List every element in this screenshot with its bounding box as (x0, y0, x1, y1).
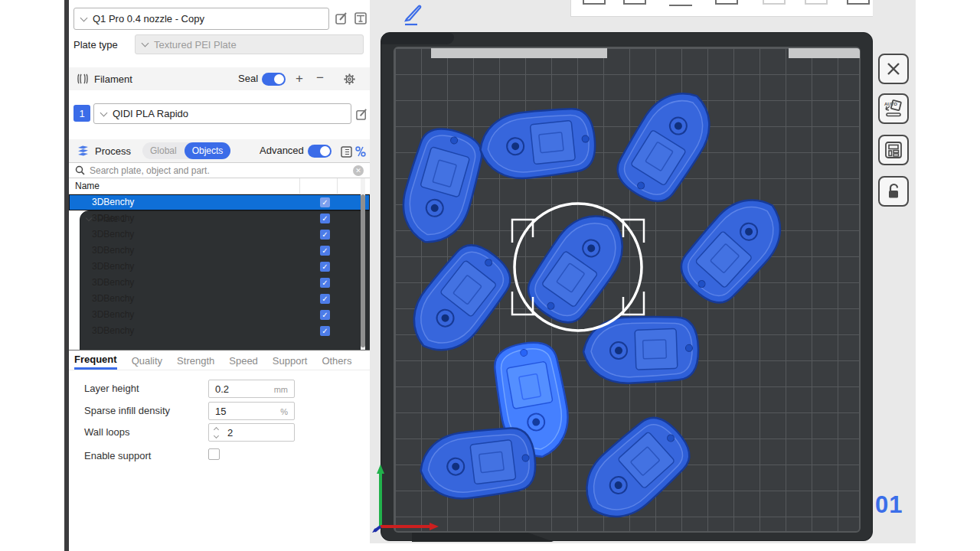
print-checkbox[interactable]: ✓ (320, 214, 330, 223)
object-row[interactable]: 3DBenchy✓ (69, 227, 370, 243)
edit-icon (335, 11, 348, 25)
filament-section-header: Filament (69, 67, 370, 90)
object-name: 3DBenchy (92, 291, 134, 307)
scrollbar-thumb[interactable] (361, 194, 365, 347)
slicer-app: Q1 Pro 0.4 nozzle - Copy Plate type Text… (0, 0, 980, 551)
increase-icon[interactable] (214, 427, 219, 432)
print-checkbox[interactable]: ✓ (320, 197, 330, 207)
print-checkbox[interactable]: ✓ (320, 246, 330, 256)
lock-button[interactable] (878, 176, 909, 207)
clear-search-icon[interactable]: ✕ (353, 165, 364, 176)
delete-object-button[interactable] (878, 54, 909, 84)
object-row[interactable]: 3DBenchy✓ (69, 210, 370, 227)
edit-plate-name-icon[interactable] (400, 2, 423, 27)
plate-type-select[interactable]: Textured PEI Plate (135, 34, 364, 54)
print-checkbox[interactable]: ✓ (320, 326, 330, 336)
tab-others[interactable]: Others (322, 353, 351, 369)
plate-number: 01 (875, 491, 913, 519)
object-row[interactable]: 3DBenchy✓ (69, 323, 370, 339)
param-value: 15 (215, 406, 226, 417)
object-row[interactable]: 3DBenchy✓ (69, 259, 370, 275)
printer-settings-button[interactable] (353, 11, 368, 26)
object-name: 3DBenchy (92, 323, 134, 339)
print-checkbox[interactable]: ✓ (320, 262, 330, 272)
seam-paint-icon[interactable] (805, 0, 828, 5)
arrange-button[interactable] (878, 135, 909, 165)
tab-frequent[interactable]: Frequent (74, 351, 117, 370)
search-icon (75, 165, 85, 175)
tab-strength[interactable]: Strength (177, 353, 214, 369)
support-paint-icon[interactable] (763, 0, 786, 5)
param-table-button[interactable] (338, 144, 354, 159)
text-tool-icon[interactable] (847, 0, 870, 5)
stepper-arrows[interactable] (213, 426, 220, 440)
object-name: 3DBenchy (92, 243, 134, 259)
filament-title: Filament (94, 73, 132, 85)
decrease-icon[interactable] (214, 433, 219, 439)
svg-text:AUTO: AUTO (884, 102, 897, 106)
object-params-button[interactable] (353, 144, 368, 159)
chevron-down-icon (142, 40, 149, 47)
infill-density-input[interactable]: 15 % (208, 402, 295, 420)
wall-loops-stepper[interactable]: 2 (208, 423, 295, 442)
process-scope-switch: Global Objects (142, 142, 230, 159)
scope-objects[interactable]: Objects (185, 142, 231, 159)
auto-orient-button[interactable]: AUTO (878, 93, 909, 124)
filament-value: QIDI PLA Rapido (113, 108, 188, 119)
process-title: Process (95, 145, 131, 157)
add-filament-button[interactable]: + (296, 72, 303, 85)
filament-select[interactable]: QIDI PLA Rapido (93, 103, 351, 124)
print-checkbox[interactable]: ✓ (320, 294, 330, 304)
search-input[interactable] (90, 164, 353, 178)
left-gap (0, 0, 64, 551)
filament-settings-button[interactable] (341, 71, 357, 86)
tab-support[interactable]: Support (273, 353, 308, 369)
object-name: 3DBenchy (92, 307, 134, 323)
edit-filament-button[interactable] (354, 106, 369, 122)
object-row[interactable]: 3DBenchy✓ (69, 291, 370, 307)
advanced-toggle[interactable] (308, 145, 332, 158)
tab-quality[interactable]: Quality (132, 353, 162, 369)
enable-support-checkbox[interactable] (208, 448, 220, 460)
split-icon[interactable] (715, 0, 738, 5)
filament-slot-badge[interactable]: 1 (74, 105, 90, 122)
toggle-knob (320, 146, 330, 156)
printer-settings-icon (354, 11, 368, 25)
print-checkbox[interactable]: ✓ (320, 278, 330, 288)
print-checkbox[interactable]: ✓ (320, 230, 330, 240)
object-name: 3DBenchy (92, 210, 134, 227)
remove-filament-button[interactable]: − (316, 71, 324, 84)
object-row[interactable]: 3DBenchy✓ (69, 275, 370, 291)
print-checkbox[interactable]: ✓ (320, 310, 330, 320)
bottom-margin (370, 543, 980, 551)
move-icon[interactable] (583, 0, 606, 5)
chevron-down-icon (100, 109, 108, 116)
rotate-icon[interactable] (623, 0, 646, 5)
object-row[interactable]: 3DBenchy✓ (69, 194, 370, 210)
top-toolbar-partial (570, 0, 900, 17)
param-label: Layer height (84, 383, 139, 394)
object-name: 3DBenchy (92, 259, 134, 275)
layer-height-input[interactable]: 0.2 mm (208, 380, 295, 398)
object-name: 3DBenchy (92, 227, 134, 243)
edit-preset-button[interactable] (334, 11, 349, 26)
advanced-label: Advanced (260, 145, 304, 156)
sidebar: Q1 Pro 0.4 nozzle - Copy Plate type Text… (69, 0, 370, 551)
process-icon (76, 145, 90, 157)
scale-icon[interactable] (669, 2, 692, 6)
param-row-layer-height: Layer height 0.2 mm (69, 380, 370, 398)
viewport-3d[interactable]: AUTO (370, 0, 980, 551)
filament-icon (76, 73, 90, 85)
seal-toggle[interactable] (262, 73, 286, 86)
scope-global[interactable]: Global (142, 145, 185, 156)
gear-icon (343, 73, 356, 86)
tab-speed[interactable]: Speed (229, 353, 258, 369)
param-label: Enable support (84, 450, 151, 461)
object-row[interactable]: 3DBenchy✓ (69, 307, 370, 323)
list-scrollbar[interactable] (361, 178, 365, 350)
printer-preset-select[interactable]: Q1 Pro 0.4 nozzle - Copy (74, 8, 329, 30)
param-value: 2 (227, 427, 233, 439)
object-row[interactable]: 3DBenchy✓ (69, 243, 370, 259)
benchy-object[interactable] (583, 315, 700, 384)
param-unit: % (280, 407, 288, 416)
